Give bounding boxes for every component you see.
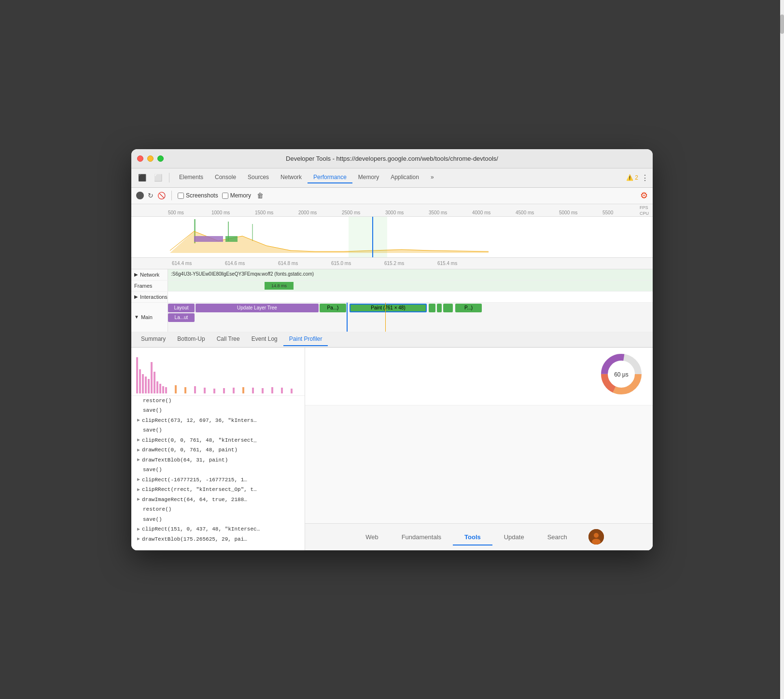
paint-small-1[interactable]	[429, 304, 435, 312]
svg-rect-6	[349, 217, 387, 258]
close-button[interactable]	[137, 155, 143, 162]
devtools-toolbar: ⬛ ⬜ Elements Console Sources Network Per…	[131, 168, 653, 188]
bottom-tabs: Summary Bottom-Up Call Tree Event Log Pa…	[131, 332, 653, 348]
paint-cmd-restore-2[interactable]: restore()	[131, 504, 305, 515]
browser-tab-web[interactable]: Web	[354, 529, 390, 545]
svg-rect-15	[156, 381, 158, 393]
browser-tab-search[interactable]: Search	[536, 529, 579, 545]
frame-marker: 14.8 ms	[265, 282, 294, 290]
network-track: ▶ Network :S6g4U3t-Y5UEw0IE80llgEseQY3FE…	[131, 269, 653, 280]
memory-checkbox-group[interactable]: Memory	[222, 192, 251, 199]
warning-icon: ⚠️	[626, 174, 633, 181]
paint-small-block[interactable]: Pa...)	[320, 304, 346, 312]
tab-event-log[interactable]: Event Log	[246, 333, 283, 346]
paint-cmd-cliprect-1[interactable]: ▶ clipRect(673, 12, 697, 36, "kInters…	[131, 416, 305, 426]
device-emulation-button[interactable]: ⬜	[151, 172, 165, 183]
paint-cmd-save-2[interactable]: save()	[131, 425, 305, 435]
network-track-content: :S6g4U3t-Y5UEw0IE80llgEseQY3FEmqw.woff2 …	[168, 269, 653, 280]
screenshots-checkbox-group[interactable]: Screenshots	[178, 192, 218, 199]
paint-cmd-drawimagerect[interactable]: ▶ drawImageRect(64, 64, true, 2188…	[131, 495, 305, 505]
browser-tab-update[interactable]: Update	[492, 529, 536, 545]
layout-small-block[interactable]: La...ut	[168, 313, 195, 322]
traffic-lights	[137, 155, 164, 162]
network-track-label[interactable]: ▶ Network	[131, 269, 168, 280]
memory-checkbox[interactable]	[222, 193, 228, 199]
browser-nav-tabs: Web Fundamentals Tools Update Search	[354, 529, 579, 545]
timeline-canvas[interactable]	[131, 217, 653, 258]
paint-cmd-drawtextblob-2[interactable]: ▶ drawTextBlob(175.265625, 29, pai…	[131, 534, 305, 545]
reload-button[interactable]: ↻	[148, 192, 154, 199]
svg-rect-28	[262, 388, 264, 393]
ruler-mark-6: 3500 ms	[429, 210, 472, 215]
screenshots-checkbox[interactable]	[178, 193, 184, 199]
browser-tab-tools[interactable]: Tools	[453, 529, 492, 545]
tab-memory[interactable]: Memory	[352, 172, 385, 183]
paint-main-block[interactable]: Paint (761 × 48)	[350, 304, 427, 312]
paint-mini-chart	[131, 348, 305, 396]
select-tool-button[interactable]: ⬛	[135, 172, 149, 183]
paint-cmd-save-1[interactable]: save()	[131, 405, 305, 416]
warning-badge[interactable]: ⚠️ 2	[626, 174, 638, 181]
main-track-label[interactable]: ▼ Main	[131, 303, 168, 332]
tab-elements[interactable]: Elements	[173, 172, 209, 183]
main-track: ▼ Main Layout Update Layer Tree Pa...) P…	[131, 303, 653, 332]
tab-application[interactable]: Application	[385, 172, 425, 183]
browser-tab-fundamentals[interactable]: Fundamentals	[390, 529, 453, 545]
tab-performance[interactable]: Performance	[308, 172, 352, 183]
paint-commands-panel: restore() save() ▶ clipRect(673, 12, 697…	[131, 348, 305, 550]
svg-rect-27	[252, 388, 254, 393]
tab-summary[interactable]: Summary	[135, 333, 171, 346]
update-layer-tree-block[interactable]: Update Layer Tree	[196, 304, 319, 312]
svg-rect-2	[252, 224, 253, 241]
paint-cmd-save-3[interactable]: save()	[131, 465, 305, 475]
cmd-text: save()	[143, 406, 162, 415]
tab-bottom-up[interactable]: Bottom-Up	[171, 333, 210, 346]
svg-point-37	[594, 533, 599, 538]
main-label-text: Main	[141, 314, 153, 320]
frames-track-label[interactable]: Frames	[131, 280, 168, 291]
user-avatar[interactable]	[588, 529, 604, 545]
paint-small-2[interactable]	[437, 304, 442, 312]
zoom-mark-4: 615.2 ms	[384, 261, 437, 266]
tab-call-tree[interactable]: Call Tree	[211, 333, 246, 346]
interactions-track-label[interactable]: ▶ Interactions	[131, 292, 168, 302]
tab-console[interactable]: Console	[209, 172, 242, 183]
paint-cmd-cliprect-2[interactable]: ▶ clipRect(0, 0, 761, 48, "kIntersect_	[131, 435, 305, 446]
fps-label: FPS	[640, 205, 649, 210]
tab-sources[interactable]: Sources	[242, 172, 275, 183]
record-button[interactable]	[136, 192, 144, 199]
paint-p-block[interactable]: P...)	[455, 304, 482, 312]
network-label-text: Network	[140, 272, 159, 278]
paint-cmd-cliprect-3[interactable]: ▶ clipRect(-16777215, -16777215, 1…	[131, 475, 305, 485]
stop-button[interactable]: 🚫	[157, 192, 166, 199]
paint-cmd-drawrect[interactable]: ▶ drawRect(0, 0, 761, 48, paint)	[131, 445, 305, 455]
perf-settings-button[interactable]: ⚙	[640, 190, 648, 201]
layout-block[interactable]: Layout	[168, 304, 195, 312]
clear-button[interactable]: 🗑	[257, 192, 264, 199]
svg-rect-26	[242, 387, 244, 393]
tab-network[interactable]: Network	[275, 172, 308, 183]
paint-cmd-restore-1[interactable]: restore()	[131, 396, 305, 406]
cmd-arrow: ▶	[137, 535, 140, 543]
paint-cmd-drawtextblob-1[interactable]: ▶ drawTextBlob(64, 31, paint)	[131, 455, 305, 465]
paint-cmd-cliprect-4[interactable]: ▶ clipRect(151, 0, 437, 48, "kIntersec…	[131, 524, 305, 534]
tab-paint-profiler[interactable]: Paint Profiler	[283, 333, 328, 346]
settings-button[interactable]: ⋮	[641, 173, 649, 182]
svg-rect-21	[194, 386, 196, 393]
cmd-text: drawTextBlob(175.265625, 29, pai…	[142, 535, 247, 544]
cmd-text: drawRect(0, 0, 761, 48, paint)	[142, 446, 238, 454]
avatar-image	[588, 529, 604, 545]
cmd-arrow: ▶	[137, 417, 140, 424]
maximize-button[interactable]	[157, 155, 164, 162]
minimize-button[interactable]	[147, 155, 154, 162]
svg-rect-25	[233, 388, 235, 393]
paint-cmd-cliprrect[interactable]: ▶ clipRRect(rrect, "kIntersect_Op", t…	[131, 485, 305, 495]
paint-small-3[interactable]	[443, 304, 453, 312]
donut-label: 60 μs	[614, 371, 629, 378]
svg-rect-10	[142, 374, 144, 393]
svg-rect-12	[148, 379, 150, 393]
paint-cmd-save-4[interactable]: save()	[131, 515, 305, 525]
zoom-mark-3: 615.0 ms	[331, 261, 384, 266]
svg-rect-9	[139, 369, 141, 393]
tab-more[interactable]: »	[425, 172, 440, 183]
